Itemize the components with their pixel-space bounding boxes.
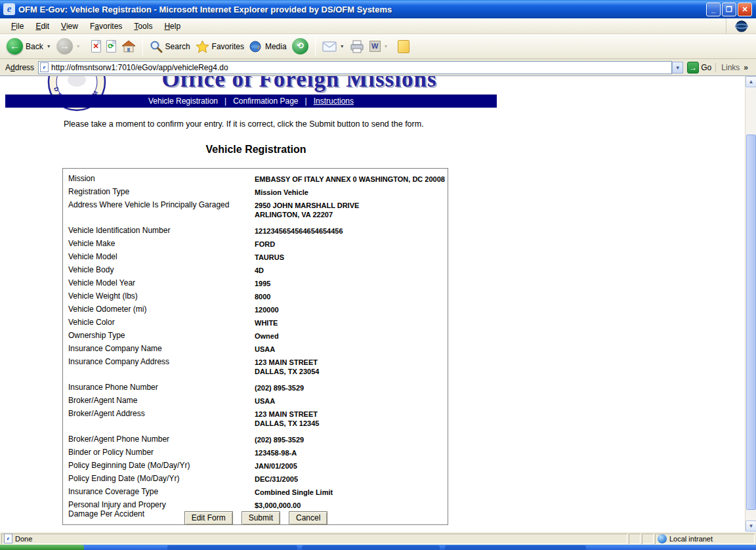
brand-logo-box bbox=[726, 18, 756, 33]
taskbar-task-segment[interactable] bbox=[167, 545, 297, 550]
ie-icon: e bbox=[3, 3, 15, 15]
table-row: Vehicle ModelTAURUS bbox=[63, 251, 448, 264]
media-icon: ♪ bbox=[249, 40, 262, 53]
edit-form-button[interactable]: Edit Form bbox=[184, 511, 233, 525]
address-input[interactable]: e http://ofmsntsorw1:7010/eGov/app/vehic… bbox=[38, 61, 672, 74]
minimize-button[interactable]: _ bbox=[706, 3, 721, 16]
field-value: DEC/31/2005 bbox=[255, 474, 448, 484]
field-label: Broker/Agent Phone Number bbox=[63, 434, 255, 444]
favorites-icon bbox=[196, 40, 209, 53]
field-label: Broker/Agent Address bbox=[63, 409, 255, 428]
brand-logo-icon bbox=[735, 20, 748, 33]
field-value: 1995 bbox=[255, 278, 448, 288]
toolbar-separator-2 bbox=[315, 37, 316, 56]
table-row: Registration TypeMission Vehicle bbox=[63, 186, 448, 199]
history-button[interactable]: ⟲ bbox=[289, 37, 311, 56]
table-row: Policy Beginning Date (Mo/Day/Yr)JAN/01/… bbox=[63, 459, 448, 473]
search-icon bbox=[150, 40, 163, 53]
status-page-icon: e bbox=[4, 534, 12, 543]
field-value: FORD bbox=[255, 239, 448, 249]
cancel-button[interactable]: Cancel bbox=[289, 511, 327, 525]
field-label: Broker/Agent Name bbox=[63, 396, 255, 406]
scroll-down-button[interactable]: ▼ bbox=[746, 520, 756, 532]
field-value: Owned bbox=[255, 331, 448, 341]
address-bar: Address e http://ofmsntsorw1:7010/eGov/a… bbox=[0, 59, 756, 76]
table-row: Binder or Policy Number123458-98-A bbox=[63, 446, 448, 459]
address-dropdown-icon[interactable]: ▼ bbox=[672, 62, 683, 74]
table-row: Ownership TypeOwned bbox=[63, 329, 448, 343]
field-label: Insurance Phone Number bbox=[63, 383, 255, 392]
taskbar-task-segment[interactable] bbox=[445, 545, 586, 550]
field-label: Vehicle Model Year bbox=[63, 278, 255, 288]
mail-button[interactable]: ▼ bbox=[320, 40, 347, 53]
mail-dropdown-icon[interactable]: ▼ bbox=[340, 44, 345, 49]
scroll-up-button[interactable]: ▲ bbox=[746, 76, 756, 87]
field-label: Vehicle Body bbox=[63, 265, 255, 275]
field-label: Vehicle Identification Number bbox=[63, 226, 255, 236]
edit-with-word-button[interactable]: W ▼ bbox=[367, 39, 391, 53]
menu-item-favorites[interactable]: Favorites bbox=[84, 20, 128, 33]
history-icon: ⟲ bbox=[292, 38, 308, 54]
table-row: Broker/Agent Address123 MAIN STREETDALLA… bbox=[63, 408, 448, 430]
zone-label: Local intranet bbox=[669, 535, 713, 543]
refresh-button[interactable]: ⟳ bbox=[104, 39, 119, 54]
close-button[interactable]: ✕ bbox=[738, 3, 752, 16]
field-label: Binder or Policy Number bbox=[63, 448, 255, 457]
table-row: Vehicle Odometer (mi)120000 bbox=[63, 303, 448, 316]
restore-button[interactable]: ❐ bbox=[722, 3, 736, 16]
status-left-panel: e Done bbox=[1, 534, 627, 544]
table-row: Vehicle Body4D bbox=[63, 264, 448, 277]
links-bar[interactable]: Links » bbox=[715, 63, 753, 72]
field-value: 123 MAIN STREETDALLAS, TX 12345 bbox=[255, 409, 448, 428]
intranet-zone-icon bbox=[658, 534, 667, 543]
table-row: Vehicle MakeFORD bbox=[63, 238, 448, 251]
media-label: Media bbox=[265, 42, 287, 51]
favorites-button[interactable]: Favorites bbox=[193, 39, 247, 54]
forward-button[interactable]: → ▼ bbox=[54, 37, 83, 56]
field-value: 123458-98-A bbox=[255, 448, 448, 457]
submit-button[interactable]: Submit bbox=[242, 511, 280, 525]
confirm-instruction-text: Please take a moment to confirm your ent… bbox=[64, 119, 424, 129]
scrollbar-thumb[interactable] bbox=[746, 135, 756, 510]
links-chevron-icon: » bbox=[744, 63, 748, 72]
page-nav-bar: Vehicle Registration|Confirmation Page|I… bbox=[5, 95, 497, 108]
menu-item-tools[interactable]: Tools bbox=[128, 20, 158, 33]
field-label: Policy Beginning Date (Mo/Day/Yr) bbox=[63, 461, 255, 471]
table-row: Insurance Coverage TypeCombined Single L… bbox=[63, 486, 448, 499]
print-button[interactable] bbox=[347, 39, 367, 54]
nav-confirmation-page[interactable]: Confirmation Page bbox=[233, 96, 298, 106]
taskbar-task-segment[interactable] bbox=[302, 545, 440, 550]
status-empty-panel-2 bbox=[642, 534, 654, 544]
media-button[interactable]: ♪ Media bbox=[247, 39, 289, 54]
browser-window: e OFM E-Gov: Vehicle Registration - Micr… bbox=[0, 0, 756, 550]
forward-dropdown-icon: ▼ bbox=[76, 44, 81, 49]
go-button[interactable]: → Go bbox=[687, 62, 711, 74]
forward-icon: → bbox=[56, 38, 73, 54]
nav-instructions-link[interactable]: Instructions bbox=[314, 96, 354, 106]
back-button[interactable]: ← Back ▼ bbox=[4, 37, 54, 56]
menu-item-view[interactable]: View bbox=[55, 20, 84, 33]
stop-button[interactable]: ✕ bbox=[89, 39, 104, 54]
menu-item-help[interactable]: Help bbox=[158, 20, 186, 33]
table-row: Vehicle ColorWHITE bbox=[63, 316, 448, 329]
field-label: Policy Ending Date (Mo/Day/Yr) bbox=[63, 474, 255, 484]
vertical-scrollbar[interactable]: ▲ ▼ bbox=[745, 76, 756, 532]
start-button-sliver[interactable] bbox=[0, 545, 84, 550]
back-icon: ← bbox=[7, 38, 23, 54]
nav-vehicle-registration[interactable]: Vehicle Registration bbox=[148, 96, 218, 106]
search-button[interactable]: Search bbox=[147, 39, 193, 54]
field-value: WHITE bbox=[255, 318, 448, 328]
field-value: EMBASSY OF ITALY ANNEX 0 WASHINGTON, DC … bbox=[255, 174, 448, 184]
field-value: (202) 895-3529 bbox=[255, 434, 448, 444]
table-row: MissionEMBASSY OF ITALY ANNEX 0 WASHINGT… bbox=[63, 173, 448, 186]
field-value: (202) 895-3529 bbox=[255, 383, 448, 392]
menu-item-file[interactable]: File bbox=[5, 20, 30, 33]
table-row: Vehicle Model Year1995 bbox=[63, 277, 448, 290]
menu-item-edit[interactable]: Edit bbox=[30, 20, 55, 33]
toolbar: ← Back ▼ → ▼ ✕ ⟳ Search bbox=[0, 34, 756, 59]
home-button[interactable] bbox=[119, 39, 138, 54]
discuss-button[interactable] bbox=[395, 39, 412, 54]
table-row: Vehicle Identification Number12123456545… bbox=[63, 224, 448, 238]
windows-taskbar[interactable] bbox=[0, 545, 756, 550]
back-dropdown-icon[interactable]: ▼ bbox=[47, 44, 51, 49]
